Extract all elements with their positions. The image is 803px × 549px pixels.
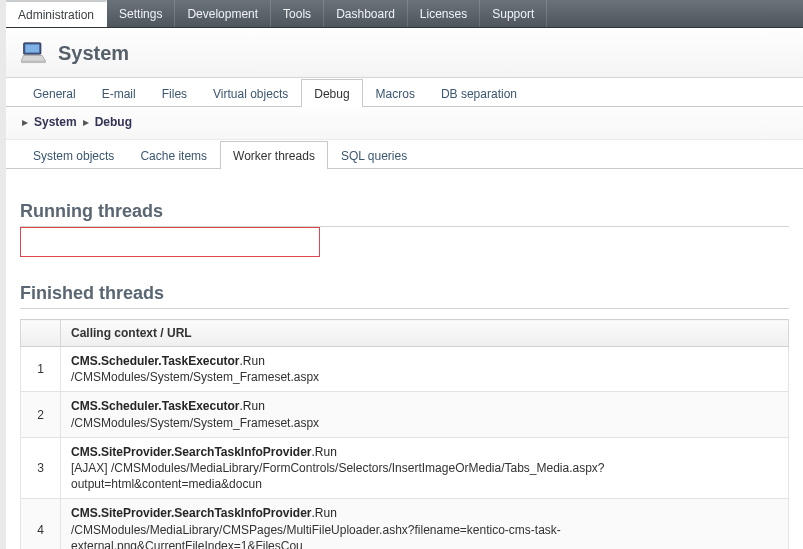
page-title: System (58, 42, 129, 65)
subtab-db-separation[interactable]: DB separation (428, 79, 530, 107)
row-context: CMS.Scheduler.TaskExecutor.Run/CMSModule… (61, 347, 789, 392)
top-tab-development[interactable]: Development (175, 0, 271, 27)
page-header: System (6, 28, 803, 78)
row-context: CMS.Scheduler.TaskExecutor.Run/CMSModule… (61, 392, 789, 437)
top-tab-settings[interactable]: Settings (107, 0, 175, 27)
subtab-e-mail[interactable]: E-mail (89, 79, 149, 107)
debug-tab-worker-threads[interactable]: Worker threads (220, 141, 328, 169)
debug-tab-cache-items[interactable]: Cache items (127, 141, 220, 169)
finished-threads-table: Calling context / URL 1CMS.Scheduler.Tas… (20, 319, 789, 549)
row-index: 4 (21, 499, 61, 549)
row-context: CMS.SiteProvider.SearchTaskInfoProvider.… (61, 437, 789, 499)
column-index (21, 320, 61, 347)
debug-tab-sql-queries[interactable]: SQL queries (328, 141, 420, 169)
section-finished-heading: Finished threads (20, 283, 789, 304)
chevron-right-icon: ▸ (22, 115, 28, 129)
svg-rect-2 (21, 61, 45, 63)
subtab-debug[interactable]: Debug (301, 79, 362, 107)
top-tab-administration[interactable]: Administration (6, 0, 107, 27)
row-index: 1 (21, 347, 61, 392)
breadcrumb-item[interactable]: System (34, 115, 77, 129)
topbar: AdministrationSettingsDevelopmentToolsDa… (6, 0, 803, 28)
top-tab-tools[interactable]: Tools (271, 0, 324, 27)
table-row: 4CMS.SiteProvider.SearchTaskInfoProvider… (21, 499, 789, 549)
row-index: 3 (21, 437, 61, 499)
breadcrumb-item: Debug (95, 115, 132, 129)
subtab-virtual-objects[interactable]: Virtual objects (200, 79, 301, 107)
debug-tab-system-objects[interactable]: System objects (20, 141, 127, 169)
subtabs-level2: System objectsCache itemsWorker threadsS… (6, 140, 803, 169)
table-row: 1CMS.Scheduler.TaskExecutor.Run/CMSModul… (21, 347, 789, 392)
column-context: Calling context / URL (61, 320, 789, 347)
row-index: 2 (21, 392, 61, 437)
section-running-heading: Running threads (20, 201, 789, 222)
subtab-files[interactable]: Files (149, 79, 200, 107)
table-row: 2CMS.Scheduler.TaskExecutor.Run/CMSModul… (21, 392, 789, 437)
breadcrumb: ▸System▸Debug (6, 107, 803, 140)
chevron-right-icon: ▸ (83, 115, 89, 129)
subtab-macros[interactable]: Macros (363, 79, 428, 107)
computer-icon (20, 38, 48, 69)
row-context: CMS.SiteProvider.SearchTaskInfoProvider.… (61, 499, 789, 549)
svg-rect-1 (25, 44, 39, 52)
top-tab-dashboard[interactable]: Dashboard (324, 0, 408, 27)
table-row: 3CMS.SiteProvider.SearchTaskInfoProvider… (21, 437, 789, 499)
subtabs-level1: GeneralE-mailFilesVirtual objectsDebugMa… (6, 78, 803, 107)
running-threads-empty-highlight (20, 227, 320, 257)
divider (20, 308, 789, 309)
top-tab-licenses[interactable]: Licenses (408, 0, 480, 27)
subtab-general[interactable]: General (20, 79, 89, 107)
top-tab-support[interactable]: Support (480, 0, 547, 27)
